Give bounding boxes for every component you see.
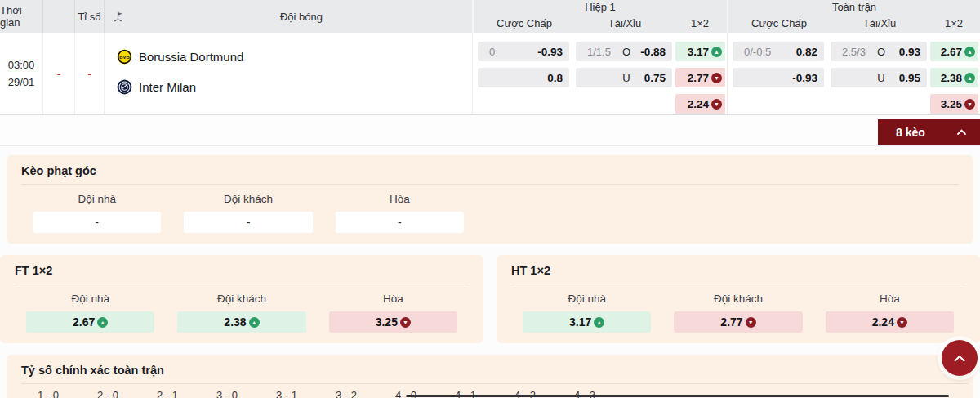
ft-home-odds[interactable]: 2.67▲ [26, 311, 154, 333]
ft-1x2-home[interactable]: 2.67▲ [930, 42, 978, 61]
extra-odds-sections: Kèo phạt góc Đội nhà Đội khách Hòa - - -… [0, 155, 980, 398]
odds-count-label: 8 kèo [896, 126, 925, 139]
col-header-time: Thời gian [0, 0, 43, 33]
score-label: 2 - 0 [81, 389, 135, 398]
ft-handicap-odds-1[interactable]: 0/-0.5 0.82 [733, 42, 824, 61]
col-header-draw: Hòa [814, 290, 965, 311]
score-label: 3 - 1 [260, 389, 314, 398]
score-column: 3 - 0 35 ▲ 28 ▼ [200, 389, 254, 398]
away-team-row[interactable]: Inter Milan [117, 77, 472, 96]
ft-over-odds[interactable]: 2.5/3 O 0.93 [831, 42, 927, 61]
ou-line: 2.5/3 [837, 46, 875, 58]
match-status-cell: - [43, 33, 75, 114]
score-column: 3 - 1 20 ▲ 18 ▼ [260, 389, 314, 398]
ft-away-odds[interactable]: 2.38▲ [177, 311, 305, 333]
horizontal-scrollbar[interactable] [406, 395, 949, 397]
ft-handicap-odds-2[interactable]: -0.93 [733, 68, 824, 87]
handicap-odds: 0.8 [526, 72, 563, 84]
col-header-1x2: 1×2 [673, 17, 727, 29]
odds-value: 2.24 [688, 98, 709, 110]
col-header-away: Đội khách [662, 290, 813, 311]
score-column: 2 - 0 14.5 ▲ 13 ▼ [81, 389, 135, 398]
corner-home-odds[interactable]: - [33, 212, 161, 233]
ht-away-odds[interactable]: 2.77▼ [674, 311, 802, 333]
h1-1x2-draw[interactable]: 2.24▼ [675, 94, 725, 114]
trend-arrow-icon: ▼ [711, 99, 722, 110]
h1-handicap-odds-2[interactable]: 0.8 [478, 68, 569, 87]
ou-odds: 0.93 [888, 46, 920, 58]
h1-1x2-away[interactable]: 2.77▼ [675, 68, 725, 87]
under-indicator: U [620, 72, 633, 84]
handicap-odds: -0.93 [526, 46, 563, 58]
h1-over-odds[interactable]: 1/1.5 O -0.88 [576, 42, 672, 61]
col-header-home: Đội nhà [511, 290, 662, 311]
odds-value: 2.38 [941, 72, 962, 84]
first-half-odds: 0 -0.93 0.8 1/1.5 O -0.88 U [472, 33, 727, 114]
trend-arrow-icon: ▼ [711, 73, 722, 83]
betting-odds-page: Thời gian Tỉ số Đội bóng Hiệp 1 Cược Chấ… [0, 0, 980, 398]
trend-arrow-icon: ▼ [964, 99, 975, 110]
status-dash: - [57, 67, 61, 80]
h1-1x2-home[interactable]: 3.17▲ [675, 42, 725, 61]
odds-value: 3.25 [376, 315, 398, 329]
scroll-to-top-button[interactable] [942, 340, 978, 376]
away-team-logo [117, 79, 132, 95]
odds-count-toggle-button[interactable]: 8 kèo [878, 119, 980, 145]
match-date: 29/01 [8, 76, 35, 88]
full-match-title: Toàn trận [728, 0, 980, 14]
ft-draw-odds[interactable]: 3.25▼ [329, 311, 457, 333]
section-title: Kèo phạt góc [21, 164, 959, 185]
trend-arrow-icon: ▲ [964, 73, 975, 83]
ou-odds: 0.75 [633, 72, 666, 84]
score-dash: - [87, 67, 91, 80]
corner-flag-icon [105, 0, 131, 33]
trend-arrow-icon: ▼ [897, 317, 907, 328]
trend-arrow-icon: ▲ [964, 47, 975, 57]
col-header-score: Tỉ số [75, 0, 105, 33]
corner-away-odds[interactable]: - [184, 212, 312, 233]
col-header-over-under: Tài/Xỉu [577, 17, 673, 29]
ht-draw-odds[interactable]: 2.24▼ [826, 311, 954, 333]
h1-under-odds[interactable]: U 0.75 [576, 68, 672, 87]
ht-home-odds[interactable]: 3.17▲ [523, 311, 651, 333]
ft-under-odds[interactable]: U 0.95 [831, 68, 927, 87]
handicap-odds: 0.82 [781, 46, 817, 58]
handicap-line: 0 [484, 46, 526, 58]
score-label: 2 - 1 [140, 389, 194, 398]
col-header-away: Đội khách [172, 190, 323, 212]
first-half-header: Hiệp 1 Cược Chấp Tài/Xỉu 1×2 [472, 0, 727, 33]
match-row: 03:00 29/01 - - BVB Borussia Dortmund [0, 33, 980, 114]
ft-1x2-draw[interactable]: 3.25▼ [930, 94, 978, 114]
trend-arrow-icon: ▲ [711, 47, 722, 57]
col-header-over-under: Tài/Xỉu [831, 17, 928, 29]
home-team-name[interactable]: Borussia Dortmund [139, 50, 243, 64]
score-column: 3 - 2 25 ▲ 23 [319, 389, 373, 398]
col-header-draw: Hòa [324, 190, 475, 212]
col-header-away: Đội khách [166, 290, 317, 311]
odds-value: 2.38 [224, 315, 246, 329]
under-indicator: U [875, 72, 888, 84]
col-header-1x2: 1×2 [928, 17, 980, 29]
ft-1x2-away[interactable]: 2.38▲ [930, 68, 978, 87]
odds-value: 2.77 [720, 315, 742, 329]
away-team-name[interactable]: Inter Milan [139, 80, 196, 94]
col-header-handicap: Cược Chấp [733, 17, 825, 29]
trend-arrow-icon: ▼ [400, 317, 411, 328]
col-header-status [43, 0, 75, 33]
h1-handicap-odds-1[interactable]: 0 -0.93 [478, 42, 569, 61]
odds-value: 2.67 [941, 46, 962, 58]
odds-count-strip: 8 kèo [0, 115, 980, 146]
full-match-odds: 0/-0.5 0.82 -0.93 2.5/3 O 0.93 U [727, 33, 980, 114]
odds-value: 2.77 [688, 72, 709, 84]
trend-arrow-icon: ▲ [249, 317, 260, 328]
ou-odds: -0.88 [633, 46, 666, 58]
ou-odds: 0.95 [888, 72, 920, 84]
chevron-up-icon [956, 128, 967, 136]
corner-draw-odds[interactable]: - [336, 212, 464, 233]
home-team-row[interactable]: BVB Borussia Dortmund [117, 47, 472, 66]
score-column: 2 - 1 8.8 ▲ 8 ▼ [140, 389, 194, 398]
trend-arrow-icon: ▼ [746, 317, 756, 328]
section-title: HT 1×2 [511, 264, 965, 284]
col-header-draw: Hòa [318, 290, 469, 311]
score-label: 3 - 0 [200, 389, 254, 398]
